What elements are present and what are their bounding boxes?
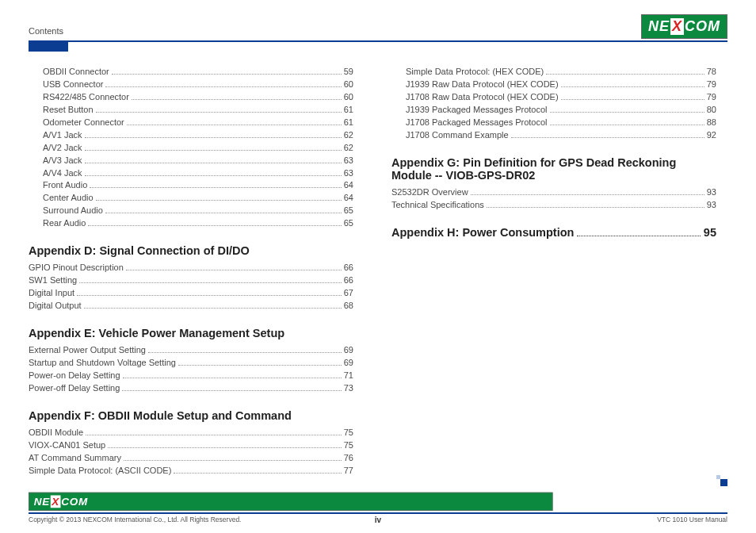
toc-entry-label: External Power Output Setting [29, 344, 146, 357]
leader-dots [105, 86, 341, 87]
toc-entry[interactable]: VIOX-CAN01 Setup75 [29, 439, 353, 452]
toc-entry-label: Rear Audio [43, 217, 86, 230]
toc-entry-page: 93 [707, 199, 716, 212]
toc-entry-label: A/V3 Jack [43, 155, 82, 167]
toc-entry-page: 79 [707, 79, 716, 91]
toc-entry[interactable]: OBDII Connector59 [29, 66, 353, 79]
toc-entry-page: 93 [707, 186, 716, 199]
header-section-label: Contents [29, 26, 63, 39]
toc-entry[interactable]: A/V2 Jack62 [29, 142, 353, 155]
toc-entry[interactable]: J1708 Command Example92 [391, 129, 716, 142]
toc-entry-page: 68 [344, 300, 353, 313]
appendix-g-title: Appendix G: Pin Definition for GPS Dead … [391, 156, 716, 182]
toc-entry[interactable]: A/V4 Jack63 [29, 167, 353, 180]
toc-entry-label: Odometer Connector [43, 117, 124, 129]
toc-entry-page: 71 [344, 370, 353, 382]
toc-entry[interactable]: Front Audio64 [29, 179, 353, 192]
toc-entry-label: GPIO Pinout Description [29, 262, 124, 274]
toc-entry[interactable]: USB Connector60 [29, 79, 353, 91]
leader-dots [105, 213, 342, 213]
toc-entry[interactable]: S2532DR Overview93 [391, 186, 716, 199]
toc-entry[interactable]: J1939 Raw Data Protocol (HEX CODE)79 [391, 79, 716, 91]
toc-entry-page: 62 [344, 129, 353, 142]
toc-entry-label: A/V2 Jack [43, 142, 82, 155]
toc-entry[interactable]: Power-off Delay Setting73 [29, 382, 353, 395]
toc-entry[interactable]: Center Audio64 [29, 192, 353, 205]
toc-entry-label: J1708 Packaged Messages Protocol [406, 117, 548, 129]
toc-entry[interactable]: Rear Audio65 [29, 217, 353, 230]
toc-entry-page: 62 [344, 142, 353, 155]
leader-dots [148, 352, 342, 353]
leader-dots [511, 137, 704, 138]
toc-entry-label: RS422/485 Connector [43, 91, 129, 104]
brand-logo: NEXCOM [641, 14, 727, 39]
toc-entry[interactable]: A/V3 Jack63 [29, 155, 353, 167]
toc-entry[interactable]: J1939 Packaged Messages Protocol80 [391, 104, 716, 117]
toc-entry-label: AT Command Summary [29, 452, 121, 465]
toc-entry-page: 77 [344, 465, 353, 477]
brand-logo-footer: NEXCOM [29, 493, 553, 511]
toc-entry[interactable]: Simple Data Protocol: (HEX CODE)78 [391, 66, 716, 79]
leader-dots [112, 74, 342, 75]
toc-entry[interactable]: RS422/485 Connector60 [29, 91, 353, 104]
toc-entry-page: 66 [344, 262, 353, 274]
toc-entry-page: 88 [707, 117, 716, 129]
leader-dots [88, 225, 341, 226]
toc-entry-page: 73 [344, 382, 353, 395]
toc-column-right: Simple Data Protocol: (HEX CODE)78J1939 … [391, 66, 716, 477]
toc-entry[interactable]: J1708 Raw Data Protocol (HEX CODE)79 [391, 91, 716, 104]
toc-entry-label: Startup and Shutdown Voltage Setting [29, 357, 176, 370]
toc-entry[interactable]: Startup and Shutdown Voltage Setting69 [29, 357, 353, 370]
toc-entry-page: 67 [344, 287, 353, 300]
leader-dots [86, 435, 342, 435]
leader-dots [85, 163, 342, 163]
appendix-h-page: 95 [704, 226, 716, 239]
appendix-e-title: Appendix E: Vehicle Power Management Set… [29, 327, 353, 339]
toc-entry[interactable]: Digital Input67 [29, 287, 353, 300]
toc-entry-label: Digital Input [29, 287, 74, 300]
toc-entry-page: 64 [344, 192, 353, 205]
leader-dots [96, 200, 342, 201]
toc-entry-page: 75 [344, 439, 353, 452]
leader-dots [178, 365, 342, 366]
toc-column-left: OBDII Connector59USB Connector60RS422/48… [29, 66, 353, 477]
toc-entry[interactable]: Technical Specifications93 [391, 199, 716, 212]
toc-entry[interactable]: SW1 Setting66 [29, 274, 353, 287]
toc-entry-page: 65 [344, 217, 353, 230]
leader-dots [561, 99, 704, 100]
toc-entry[interactable]: J1708 Packaged Messages Protocol88 [391, 117, 716, 129]
leader-dots [122, 390, 341, 391]
toc-entry-label: VIOX-CAN01 Setup [29, 439, 105, 452]
leader-dots [108, 447, 342, 448]
appendix-h-line[interactable]: Appendix H: Power Consumption 95 [391, 226, 716, 240]
toc-entry-label: Power-off Delay Setting [29, 382, 120, 395]
toc-entry[interactable]: Reset Button61 [29, 104, 353, 117]
leader-dots [85, 150, 342, 151]
toc-entry-label: J1708 Raw Data Protocol (HEX CODE) [406, 91, 559, 104]
toc-entry[interactable]: OBDII Module75 [29, 427, 353, 439]
toc-entry-page: 75 [344, 427, 353, 439]
leader-dots [126, 270, 342, 270]
toc-entry-page: 59 [344, 66, 353, 79]
toc-group: S2532DR Overview93Technical Specificatio… [391, 186, 716, 212]
toc-entry[interactable]: GPIO Pinout Description66 [29, 262, 353, 274]
toc-entry-page: 69 [344, 344, 353, 357]
toc-entry-label: J1939 Packaged Messages Protocol [406, 104, 548, 117]
appendix-d-title: Appendix D: Signal Connection of DI/DO [29, 244, 353, 257]
toc-entry[interactable]: Power-on Delay Setting71 [29, 370, 353, 382]
leader-dots [550, 112, 704, 113]
manual-label: VTC 1010 User Manual [657, 516, 727, 523]
toc-entry[interactable]: Surround Audio65 [29, 205, 353, 217]
toc-entry[interactable]: Odometer Connector61 [29, 117, 353, 129]
corner-mark-icon [716, 475, 727, 486]
leader-dots [123, 378, 342, 378]
toc-entry-page: 66 [344, 274, 353, 287]
toc-entry-label: Technical Specifications [391, 199, 484, 212]
toc-entry[interactable]: External Power Output Setting69 [29, 344, 353, 357]
toc-entry[interactable]: AT Command Summary76 [29, 452, 353, 465]
toc-entry[interactable]: Digital Output68 [29, 300, 353, 313]
logo-text-x: X [670, 18, 684, 35]
toc-entry-label: A/V4 Jack [43, 167, 82, 180]
toc-entry[interactable]: Simple Data Protocol: (ASCII CODE)77 [29, 465, 353, 477]
toc-entry[interactable]: A/V1 Jack62 [29, 129, 353, 142]
